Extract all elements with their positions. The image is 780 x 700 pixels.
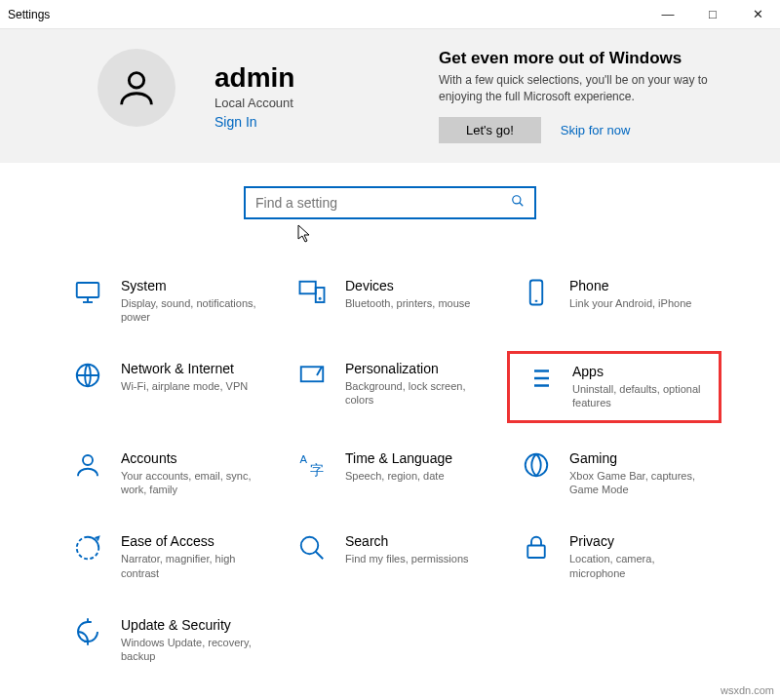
close-button[interactable]: ✕	[735, 0, 780, 29]
card-desc: Bluetooth, printers, mouse	[345, 296, 470, 310]
monitor-icon	[70, 278, 105, 317]
card-desc: Location, camera, microphone	[569, 552, 710, 580]
svg-point-8	[320, 297, 321, 298]
settings-card-update-security[interactable]: Update & SecurityWindows Update, recover…	[58, 607, 273, 674]
card-desc: Background, lock screen, colors	[345, 379, 486, 408]
card-desc: Windows Update, recovery, backup	[121, 636, 261, 664]
svg-point-23	[301, 537, 319, 555]
search-input[interactable]	[255, 188, 511, 217]
settings-card-phone[interactable]: PhoneLink your Android, iPhone	[507, 268, 722, 334]
card-desc: Find my files, permissions	[345, 552, 469, 565]
apps-icon	[522, 364, 557, 403]
phone-icon	[519, 278, 554, 317]
update-icon	[70, 617, 105, 656]
card-desc: Narrator, magnifier, high contrast	[121, 552, 261, 580]
settings-card-system[interactable]: SystemDisplay, sound, notifications, pow…	[58, 268, 273, 334]
search-box[interactable]	[244, 186, 536, 219]
privacy-icon	[519, 533, 554, 572]
watermark: wsxdn.com	[721, 684, 774, 696]
card-desc: Display, sound, notifications, power	[121, 296, 261, 325]
card-desc: Speech, region, date	[345, 469, 452, 483]
skip-link[interactable]: Skip for now	[561, 123, 631, 137]
user-info: admin Local Account Sign In	[214, 49, 294, 143]
brush-icon	[294, 361, 330, 400]
promo-panel: Get even more out of Windows With a few …	[439, 49, 741, 143]
time-icon: A字	[294, 450, 330, 489]
svg-point-0	[129, 73, 143, 88]
user-subtitle: Local Account	[214, 96, 294, 110]
svg-text:A: A	[300, 452, 308, 464]
window-controls: — □ ✕	[645, 0, 780, 29]
sign-in-link[interactable]: Sign In	[214, 114, 294, 130]
ease-icon	[70, 533, 105, 572]
lets-go-button[interactable]: Let's go!	[439, 117, 541, 143]
account-icon	[70, 450, 105, 489]
card-label: Network & Internet	[121, 361, 248, 376]
globe-icon	[70, 361, 105, 400]
user-name: admin	[214, 62, 294, 94]
settings-card-accounts[interactable]: AccountsYour accounts, email, sync, work…	[58, 441, 273, 507]
card-label: Search	[345, 533, 469, 549]
settings-card-time-language[interactable]: A字Time & LanguageSpeech, region, date	[283, 441, 497, 507]
minimize-button[interactable]: —	[645, 0, 690, 29]
search-icon[interactable]	[511, 194, 525, 211]
svg-rect-3	[77, 283, 99, 297]
svg-line-2	[520, 203, 524, 207]
titlebar: Settings — □ ✕	[0, 0, 780, 29]
promo-title: Get even more out of Windows	[439, 49, 741, 68]
settings-card-devices[interactable]: DevicesBluetooth, printers, mouse	[283, 268, 497, 334]
settings-card-apps[interactable]: AppsUninstall, defaults, optional featur…	[507, 351, 722, 423]
card-label: System	[121, 278, 261, 293]
card-desc: Your accounts, email, sync, work, family	[121, 469, 261, 497]
card-label: Time & Language	[345, 450, 452, 466]
search-cat-icon	[294, 533, 330, 572]
card-desc: Link your Android, iPhone	[569, 296, 691, 310]
settings-grid: SystemDisplay, sound, notifications, pow…	[0, 229, 780, 693]
card-label: Devices	[345, 278, 470, 293]
card-label: Accounts	[121, 450, 261, 466]
svg-point-19	[83, 455, 93, 465]
card-desc: Xbox Game Bar, captures, Game Mode	[569, 469, 710, 497]
card-label: Personalization	[345, 361, 486, 376]
person-icon	[114, 65, 159, 110]
devices-icon	[294, 278, 330, 317]
svg-line-24	[316, 552, 324, 560]
settings-card-gaming[interactable]: GamingXbox Game Bar, captures, Game Mode	[507, 441, 722, 507]
card-label: Phone	[569, 278, 691, 293]
svg-text:字: 字	[310, 463, 324, 478]
card-label: Gaming	[569, 450, 710, 466]
svg-rect-6	[300, 281, 316, 293]
settings-card-privacy[interactable]: PrivacyLocation, camera, microphone	[507, 524, 722, 590]
card-label: Update & Security	[121, 617, 261, 633]
gaming-icon	[519, 450, 554, 489]
settings-card-personalization[interactable]: PersonalizationBackground, lock screen, …	[283, 351, 497, 423]
card-label: Ease of Access	[121, 533, 261, 549]
svg-point-22	[526, 454, 548, 477]
header: admin Local Account Sign In Get even mor…	[0, 29, 780, 163]
maximize-button[interactable]: □	[690, 0, 735, 29]
card-desc: Wi-Fi, airplane mode, VPN	[121, 379, 248, 393]
card-label: Apps	[572, 364, 707, 379]
settings-card-search[interactable]: SearchFind my files, permissions	[283, 524, 497, 590]
user-avatar[interactable]	[98, 49, 176, 127]
card-desc: Uninstall, defaults, optional features	[572, 382, 707, 410]
settings-card-network-internet[interactable]: Network & InternetWi-Fi, airplane mode, …	[58, 351, 273, 423]
svg-point-1	[513, 196, 521, 204]
card-label: Privacy	[569, 533, 710, 549]
window-title: Settings	[8, 8, 50, 21]
promo-desc: With a few quick selections, you'll be o…	[439, 72, 741, 105]
settings-card-ease-of-access[interactable]: Ease of AccessNarrator, magnifier, high …	[58, 524, 273, 590]
svg-rect-25	[527, 546, 545, 559]
search-row	[0, 186, 780, 219]
